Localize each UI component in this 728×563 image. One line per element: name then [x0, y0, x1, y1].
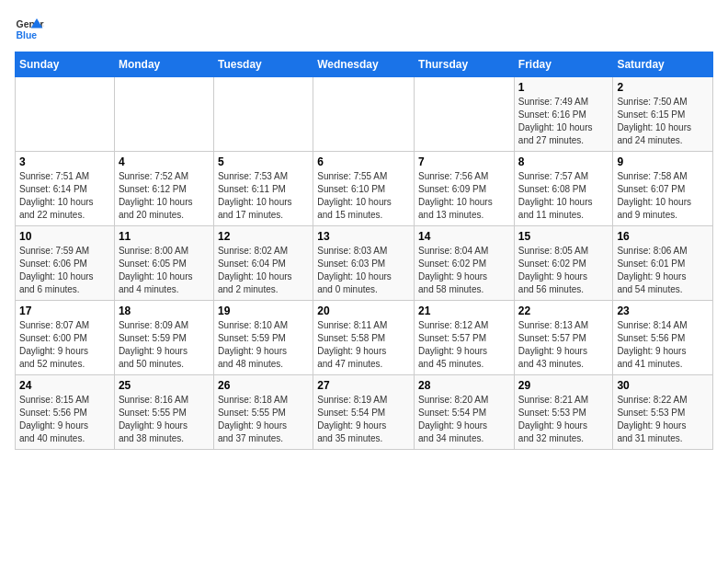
logo: General Blue	[15, 15, 44, 44]
day-number: 13	[317, 230, 410, 243]
day-number: 7	[418, 155, 510, 168]
calendar-header-thursday: Thursday	[415, 52, 515, 77]
calendar-cell	[313, 77, 415, 152]
calendar-cell: 3Sunrise: 7:51 AM Sunset: 6:14 PM Daylig…	[16, 152, 115, 226]
day-number: 28	[418, 379, 510, 392]
day-number: 11	[119, 230, 210, 243]
day-number: 20	[317, 304, 410, 317]
day-info: Sunrise: 8:16 AM Sunset: 5:55 PM Dayligh…	[119, 394, 210, 445]
day-number: 3	[19, 155, 110, 168]
day-info: Sunrise: 8:21 AM Sunset: 5:53 PM Dayligh…	[518, 394, 609, 445]
day-info: Sunrise: 7:58 AM Sunset: 6:07 PM Dayligh…	[617, 170, 709, 222]
calendar-cell: 29Sunrise: 8:21 AM Sunset: 5:53 PM Dayli…	[514, 375, 613, 450]
calendar-week-row: 1Sunrise: 7:49 AM Sunset: 6:16 PM Daylig…	[16, 77, 713, 152]
day-number: 27	[317, 379, 410, 392]
calendar-cell: 12Sunrise: 8:02 AM Sunset: 6:04 PM Dayli…	[213, 226, 313, 301]
day-number: 2	[617, 81, 709, 94]
calendar-cell: 25Sunrise: 8:16 AM Sunset: 5:55 PM Dayli…	[114, 375, 213, 450]
logo-icon: General Blue	[15, 15, 44, 44]
day-number: 24	[19, 379, 110, 392]
day-number: 17	[19, 304, 110, 317]
day-info: Sunrise: 7:49 AM Sunset: 6:16 PM Dayligh…	[518, 96, 609, 147]
calendar-cell: 14Sunrise: 8:04 AM Sunset: 6:02 PM Dayli…	[415, 226, 515, 301]
day-info: Sunrise: 8:09 AM Sunset: 5:59 PM Dayligh…	[119, 319, 210, 371]
calendar-cell: 6Sunrise: 7:55 AM Sunset: 6:10 PM Daylig…	[313, 152, 415, 226]
calendar-cell: 5Sunrise: 7:53 AM Sunset: 6:11 PM Daylig…	[213, 152, 313, 226]
calendar-header-sunday: Sunday	[16, 52, 115, 77]
day-number: 1	[518, 81, 609, 94]
calendar-cell: 20Sunrise: 8:11 AM Sunset: 5:58 PM Dayli…	[313, 301, 415, 375]
calendar-cell	[16, 77, 115, 152]
calendar-header-wednesday: Wednesday	[313, 52, 415, 77]
day-info: Sunrise: 7:51 AM Sunset: 6:14 PM Dayligh…	[19, 170, 110, 222]
calendar-cell	[114, 77, 213, 152]
calendar-cell: 17Sunrise: 8:07 AM Sunset: 6:00 PM Dayli…	[16, 301, 115, 375]
day-number: 6	[317, 155, 410, 168]
calendar-cell: 22Sunrise: 8:13 AM Sunset: 5:57 PM Dayli…	[514, 301, 613, 375]
calendar-cell: 16Sunrise: 8:06 AM Sunset: 6:01 PM Dayli…	[613, 226, 713, 301]
calendar-table: SundayMondayTuesdayWednesdayThursdayFrid…	[15, 52, 713, 450]
calendar-cell: 15Sunrise: 8:05 AM Sunset: 6:02 PM Dayli…	[514, 226, 613, 301]
day-number: 21	[418, 304, 510, 317]
calendar-header-tuesday: Tuesday	[213, 52, 313, 77]
calendar-cell: 26Sunrise: 8:18 AM Sunset: 5:55 PM Dayli…	[213, 375, 313, 450]
day-number: 14	[418, 230, 510, 243]
day-number: 5	[218, 155, 309, 168]
day-info: Sunrise: 7:56 AM Sunset: 6:09 PM Dayligh…	[418, 170, 510, 222]
calendar-cell: 2Sunrise: 7:50 AM Sunset: 6:15 PM Daylig…	[613, 77, 713, 152]
calendar-week-row: 17Sunrise: 8:07 AM Sunset: 6:00 PM Dayli…	[16, 301, 713, 375]
calendar-cell: 13Sunrise: 8:03 AM Sunset: 6:03 PM Dayli…	[313, 226, 415, 301]
day-info: Sunrise: 8:18 AM Sunset: 5:55 PM Dayligh…	[218, 394, 309, 445]
day-info: Sunrise: 7:59 AM Sunset: 6:06 PM Dayligh…	[19, 245, 110, 296]
page-header: General Blue	[15, 15, 713, 44]
day-info: Sunrise: 8:07 AM Sunset: 6:00 PM Dayligh…	[19, 319, 110, 371]
calendar-cell: 8Sunrise: 7:57 AM Sunset: 6:08 PM Daylig…	[514, 152, 613, 226]
calendar-cell: 27Sunrise: 8:19 AM Sunset: 5:54 PM Dayli…	[313, 375, 415, 450]
day-number: 8	[518, 155, 609, 168]
day-info: Sunrise: 7:50 AM Sunset: 6:15 PM Dayligh…	[617, 96, 709, 147]
day-info: Sunrise: 8:05 AM Sunset: 6:02 PM Dayligh…	[518, 245, 609, 296]
calendar-cell: 28Sunrise: 8:20 AM Sunset: 5:54 PM Dayli…	[415, 375, 515, 450]
day-number: 30	[617, 379, 709, 392]
calendar-header-saturday: Saturday	[613, 52, 713, 77]
day-info: Sunrise: 8:06 AM Sunset: 6:01 PM Dayligh…	[617, 245, 709, 296]
calendar-header-row: SundayMondayTuesdayWednesdayThursdayFrid…	[16, 52, 713, 77]
day-info: Sunrise: 8:00 AM Sunset: 6:05 PM Dayligh…	[119, 245, 210, 296]
day-info: Sunrise: 8:22 AM Sunset: 5:53 PM Dayligh…	[617, 394, 709, 445]
day-info: Sunrise: 7:53 AM Sunset: 6:11 PM Dayligh…	[218, 170, 309, 222]
day-number: 10	[19, 230, 110, 243]
calendar-cell: 19Sunrise: 8:10 AM Sunset: 5:59 PM Dayli…	[213, 301, 313, 375]
calendar-cell: 9Sunrise: 7:58 AM Sunset: 6:07 PM Daylig…	[613, 152, 713, 226]
day-number: 18	[119, 304, 210, 317]
calendar-header-friday: Friday	[514, 52, 613, 77]
day-number: 4	[119, 155, 210, 168]
day-info: Sunrise: 7:55 AM Sunset: 6:10 PM Dayligh…	[317, 170, 410, 222]
day-info: Sunrise: 8:10 AM Sunset: 5:59 PM Dayligh…	[218, 319, 309, 371]
calendar-cell: 7Sunrise: 7:56 AM Sunset: 6:09 PM Daylig…	[415, 152, 515, 226]
day-info: Sunrise: 8:12 AM Sunset: 5:57 PM Dayligh…	[418, 319, 510, 371]
calendar-week-row: 10Sunrise: 7:59 AM Sunset: 6:06 PM Dayli…	[16, 226, 713, 301]
day-number: 29	[518, 379, 609, 392]
day-info: Sunrise: 8:04 AM Sunset: 6:02 PM Dayligh…	[418, 245, 510, 296]
calendar-cell: 4Sunrise: 7:52 AM Sunset: 6:12 PM Daylig…	[114, 152, 213, 226]
calendar-week-row: 24Sunrise: 8:15 AM Sunset: 5:56 PM Dayli…	[16, 375, 713, 450]
calendar-header-monday: Monday	[114, 52, 213, 77]
calendar-cell: 1Sunrise: 7:49 AM Sunset: 6:16 PM Daylig…	[514, 77, 613, 152]
day-number: 9	[617, 155, 709, 168]
calendar-cell	[415, 77, 515, 152]
calendar-cell: 18Sunrise: 8:09 AM Sunset: 5:59 PM Dayli…	[114, 301, 213, 375]
calendar-cell: 10Sunrise: 7:59 AM Sunset: 6:06 PM Dayli…	[16, 226, 115, 301]
calendar-cell	[213, 77, 313, 152]
calendar-body: 1Sunrise: 7:49 AM Sunset: 6:16 PM Daylig…	[16, 77, 713, 450]
day-info: Sunrise: 8:20 AM Sunset: 5:54 PM Dayligh…	[418, 394, 510, 445]
day-info: Sunrise: 8:02 AM Sunset: 6:04 PM Dayligh…	[218, 245, 309, 296]
svg-text:Blue: Blue	[17, 30, 38, 40]
day-number: 26	[218, 379, 309, 392]
day-info: Sunrise: 8:13 AM Sunset: 5:57 PM Dayligh…	[518, 319, 609, 371]
calendar-cell: 11Sunrise: 8:00 AM Sunset: 6:05 PM Dayli…	[114, 226, 213, 301]
day-number: 12	[218, 230, 309, 243]
calendar-cell: 24Sunrise: 8:15 AM Sunset: 5:56 PM Dayli…	[16, 375, 115, 450]
day-info: Sunrise: 7:52 AM Sunset: 6:12 PM Dayligh…	[119, 170, 210, 222]
day-number: 15	[518, 230, 609, 243]
day-info: Sunrise: 8:14 AM Sunset: 5:56 PM Dayligh…	[617, 319, 709, 371]
